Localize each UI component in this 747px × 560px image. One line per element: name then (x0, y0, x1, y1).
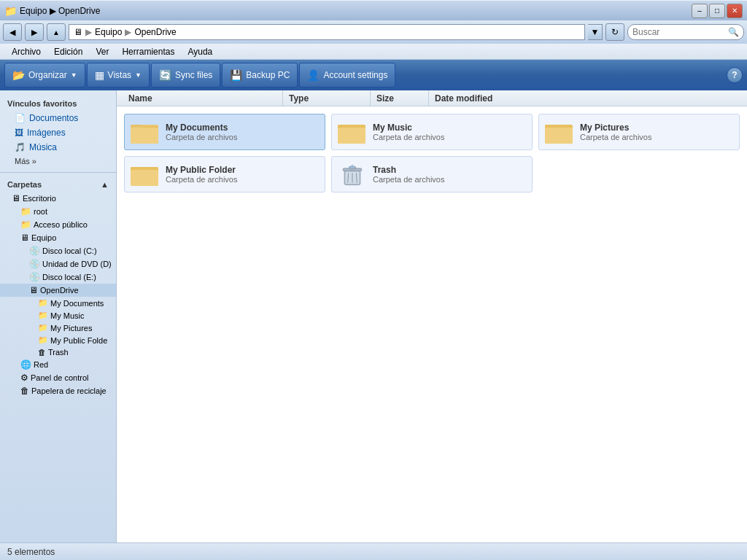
documentos-icon: 📄 (15, 113, 26, 123)
tree-my-music[interactable]: 📁 My Music (0, 309, 116, 322)
col-size[interactable]: Size (371, 90, 429, 106)
address-path[interactable]: 🖥 ▶ Equipo ▶ OpenDrive (69, 24, 585, 40)
menu-edicion[interactable]: Edición (48, 45, 88, 58)
address-current: OpenDrive (134, 27, 176, 37)
sidebar-link-musica[interactable]: 🎵 Música (0, 140, 116, 155)
menu-ayuda[interactable]: Ayuda (182, 45, 218, 58)
tree-escritorio[interactable]: 🖥 Escritorio (0, 192, 116, 205)
col-name[interactable]: Name (123, 90, 283, 106)
search-input[interactable] (632, 27, 725, 37)
tree-my-documents[interactable]: 📁 My Documents (0, 297, 116, 309)
trash-icon: 🗑 (38, 348, 46, 357)
sidebar: Vínculos favoritos 📄 Documentos 🖼 Imágen… (0, 90, 117, 542)
papelera-icon: 🗑 (20, 386, 29, 396)
my-public-icon: 📁 (38, 335, 48, 345)
help-button[interactable]: ? (727, 67, 743, 83)
sidebar-link-documentos[interactable]: 📄 Documentos (0, 111, 116, 125)
dvd-icon: 💿 (29, 259, 40, 269)
sync-icon: 🔄 (159, 69, 171, 81)
tree-opendrive[interactable]: 🖥 OpenDrive (0, 284, 116, 297)
address-bar: ◀ ▶ ▲ 🖥 ▶ Equipo ▶ OpenDrive ▼ ↻ 🔍 (0, 20, 747, 44)
favorites-title: Vínculos favoritos (0, 96, 116, 111)
menu-bar: Archivo Edición Ver Herramientas Ayuda (0, 44, 747, 60)
file-item-my-public[interactable]: My Public Folder Carpeta de archivos (124, 156, 325, 192)
status-count: 5 elementos (7, 547, 55, 557)
menu-ver[interactable]: Ver (90, 45, 115, 58)
search-icon: 🔍 (728, 27, 739, 37)
file-name: Trash (373, 165, 444, 175)
file-sub: Carpeta de archivos (166, 133, 237, 141)
file-sub: Carpeta de archivos (580, 133, 651, 141)
backup-label: Backup PC (246, 70, 290, 80)
column-headers: Name Type Size Date modified (117, 90, 747, 106)
file-area: My Documents Carpeta de archivos My Musi… (117, 106, 747, 542)
back-button[interactable]: ◀ (3, 23, 22, 41)
file-item-my-music[interactable]: My Music Carpeta de archivos (331, 114, 533, 150)
search-box: 🔍 (627, 24, 744, 40)
menu-herramientas[interactable]: Herramientas (116, 45, 180, 58)
tree-papelera[interactable]: 🗑 Papelera de reciclaje (0, 384, 116, 397)
disco-c-icon: 💿 (29, 246, 40, 256)
tree-equipo[interactable]: 🖥 Equipo (0, 231, 116, 244)
sync-label: Sync files (175, 70, 212, 80)
file-name: My Documents (166, 122, 237, 133)
up-button[interactable]: ▲ (47, 23, 66, 41)
equipo-icon: 🖥 (20, 233, 29, 243)
tree-panel[interactable]: ⚙ Panel de control (0, 371, 116, 384)
organize-button[interactable]: 📂 Organizar ▼ (4, 63, 85, 88)
organize-icon: 📂 (12, 69, 25, 81)
views-button[interactable]: ▦ Vistas ▼ (87, 63, 150, 88)
status-bar: 5 elementos (0, 542, 747, 560)
tree-trash[interactable]: 🗑 Trash (0, 346, 116, 358)
views-arrow: ▼ (135, 71, 142, 79)
my-music-icon: 📁 (38, 311, 48, 320)
tree-my-pictures[interactable]: 📁 My Pictures (0, 322, 116, 334)
root-icon: 📁 (20, 206, 31, 217)
file-name: My Music (373, 122, 444, 133)
col-date[interactable]: Date modified (429, 90, 741, 106)
sidebar-divider (0, 172, 116, 173)
views-icon: ▦ (95, 69, 104, 81)
tree-dvd[interactable]: 💿 Unidad de DVD (D) (0, 257, 116, 271)
svg-rect-6 (545, 128, 573, 144)
address-dropdown[interactable]: ▼ (588, 24, 603, 40)
col-type[interactable]: Type (283, 90, 371, 106)
close-button[interactable]: ✕ (727, 4, 743, 18)
sidebar-link-imagenes[interactable]: 🖼 Imágenes (0, 125, 116, 140)
toolbar: 📂 Organizar ▼ ▦ Vistas ▼ 🔄 Sync files 💾 … (0, 60, 747, 90)
sidebar-more[interactable]: Más » (0, 155, 116, 168)
tree-acceso-publico[interactable]: 📁 Acceso público (0, 218, 116, 231)
backup-icon: 💾 (230, 69, 242, 81)
folder-icon-my-public (131, 161, 160, 187)
folders-arrow[interactable]: ▲ (101, 180, 109, 189)
main-area: Vínculos favoritos 📄 Documentos 🖼 Imágen… (0, 90, 747, 542)
file-info-my-pictures: My Pictures Carpeta de archivos (580, 122, 651, 141)
account-label: Account settings (323, 70, 387, 80)
backup-button[interactable]: 💾 Backup PC (222, 63, 298, 88)
file-info-my-public: My Public Folder Carpeta de archivos (166, 165, 237, 184)
tree-disco-c[interactable]: 💿 Disco local (C:) (0, 244, 116, 257)
file-sub: Carpeta de archivos (373, 133, 444, 141)
file-sub: Carpeta de archivos (373, 175, 444, 184)
file-info-my-documents: My Documents Carpeta de archivos (166, 122, 237, 141)
tree-root[interactable]: 📁 root (0, 205, 116, 218)
refresh-button[interactable]: ↻ (605, 23, 624, 41)
file-item-my-documents[interactable]: My Documents Carpeta de archivos (124, 114, 325, 150)
maximize-button[interactable]: □ (709, 4, 725, 18)
account-button[interactable]: 👤 Account settings (299, 63, 395, 88)
tree-disco-e[interactable]: 💿 Disco local (E:) (0, 271, 116, 284)
svg-rect-2 (131, 128, 158, 144)
folder-icon-my-pictures (545, 119, 574, 145)
panel-icon: ⚙ (20, 373, 28, 383)
forward-button[interactable]: ▶ (25, 23, 44, 41)
organize-arrow: ▼ (71, 71, 77, 79)
content-panel: Name Type Size Date modified (117, 90, 747, 542)
file-item-my-pictures[interactable]: My Pictures Carpeta de archivos (538, 114, 740, 150)
file-item-trash[interactable]: Trash Carpeta de archivos (331, 156, 533, 192)
minimize-button[interactable]: – (692, 4, 708, 18)
tree-my-public[interactable]: 📁 My Public Folde (0, 334, 116, 346)
sync-button[interactable]: 🔄 Sync files (151, 63, 220, 88)
menu-archivo[interactable]: Archivo (6, 45, 47, 58)
musica-icon: 🎵 (15, 142, 26, 152)
tree-red[interactable]: 🌐 Red (0, 358, 116, 371)
